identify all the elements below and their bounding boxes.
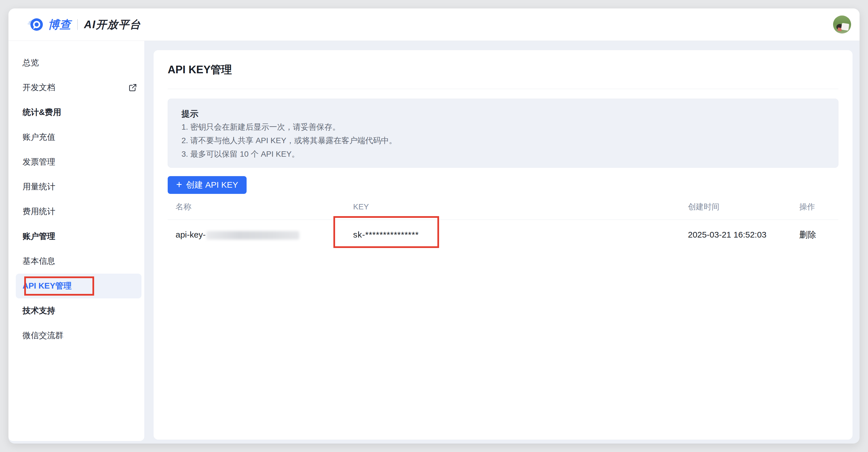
sidebar-item-overview[interactable]: 总览 <box>16 51 142 75</box>
plus-icon: + <box>176 180 182 190</box>
tip-box: 提示 1. 密钥只会在新建后显示一次，请妥善保存。 2. 请不要与他人共享 AP… <box>168 99 838 168</box>
api-key-table: 名称 KEY 创建时间 操作 api-key- sk-*************… <box>168 194 838 250</box>
platform-title: AI开放平台 <box>84 18 141 32</box>
external-link-icon <box>128 83 137 92</box>
avatar[interactable] <box>833 15 851 34</box>
sidebar-section-tech-support: 技术支持 <box>16 298 142 323</box>
sidebar-item-cost-stats[interactable]: 费用统计 <box>16 199 142 224</box>
tip-line-2: 2. 请不要与他人共享 API KEY，或将其暴露在客户端代码中。 <box>182 134 825 148</box>
create-api-key-button[interactable]: + 创建 API KEY <box>168 176 247 194</box>
sidebar-item-invoice-management[interactable]: 发票管理 <box>16 150 142 174</box>
tip-title: 提示 <box>182 107 825 120</box>
col-header-key: KEY <box>345 202 680 211</box>
sidebar: 总览 开发文档 统计&费用 账户充值 发票管理 <box>8 41 144 441</box>
tip-line-1: 1. 密钥只会在新建后显示一次，请妥善保存。 <box>182 120 825 134</box>
app-window: 博查 AI开放平台 总览 开发文档 <box>8 8 860 444</box>
sidebar-section-account-management: 账户管理 <box>16 224 142 249</box>
tip-line-3: 3. 最多可以保留 10 个 API KEY。 <box>182 148 825 161</box>
sidebar-item-dev-docs[interactable]: 开发文档 <box>16 75 142 100</box>
api-key-value-cell: sk-*************** <box>345 230 680 239</box>
redacted-name-blur <box>206 231 299 239</box>
top-header: 博查 AI开放平台 <box>8 8 860 41</box>
brand-name: 博查 <box>48 17 71 32</box>
sidebar-item-basic-info[interactable]: 基本信息 <box>16 249 142 273</box>
sidebar-section-stats-billing: 统计&费用 <box>16 100 142 125</box>
table-header-row: 名称 KEY 创建时间 操作 <box>168 194 838 220</box>
col-header-action: 操作 <box>792 201 838 212</box>
brand-divider <box>77 19 78 30</box>
sidebar-item-account-recharge[interactable]: 账户充值 <box>16 125 142 150</box>
logo-icon <box>27 17 44 32</box>
table-row: api-key- sk-*************** 2025-03-21 1… <box>168 220 838 250</box>
created-time-cell: 2025-03-21 16:52:03 <box>680 230 792 239</box>
api-key-name-cell: api-key- <box>168 230 345 239</box>
sidebar-item-wechat-group[interactable]: 微信交流群 <box>16 323 142 348</box>
main-panel: API KEY管理 提示 1. 密钥只会在新建后显示一次，请妥善保存。 2. 请… <box>154 50 852 440</box>
page-title: API KEY管理 <box>168 63 838 77</box>
sidebar-item-api-key-management[interactable]: API KEY管理 <box>16 273 142 298</box>
col-header-created: 创建时间 <box>680 201 792 212</box>
delete-link[interactable]: 删除 <box>792 229 838 241</box>
brand-logo[interactable]: 博查 AI开放平台 <box>27 17 141 32</box>
col-header-name: 名称 <box>168 201 345 212</box>
sidebar-item-usage-stats[interactable]: 用量统计 <box>16 174 142 199</box>
